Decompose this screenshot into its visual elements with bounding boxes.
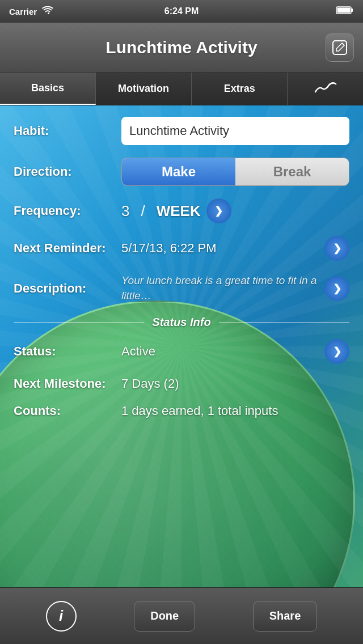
habit-input[interactable] — [121, 117, 349, 145]
next-reminder-label: Next Reminder: — [14, 241, 121, 256]
svg-rect-2 — [337, 8, 351, 13]
next-reminder-value: 5/17/13, 6:22 PM — [121, 241, 319, 256]
status-arrow-button[interactable] — [324, 339, 349, 364]
divider-line-left — [14, 322, 144, 323]
svg-rect-3 — [333, 41, 347, 54]
description-arrow-button[interactable] — [324, 276, 349, 301]
frequency-unit: WEEK — [157, 202, 201, 220]
status-row: Status: Active — [14, 339, 349, 364]
description-value: Your lunch break is a great time to fit … — [121, 273, 319, 303]
frequency-row: Frequency: 3 / WEEK — [14, 198, 349, 223]
page-title: Lunchtime Activity — [105, 38, 257, 57]
chart-tab[interactable] — [288, 73, 363, 105]
status-info-header: Status Info — [144, 316, 218, 329]
divider-line-right — [219, 322, 349, 323]
done-button[interactable]: Done — [134, 601, 195, 632]
frequency-number: 3 — [121, 202, 129, 220]
battery-icon — [336, 6, 354, 17]
bottom-bar: i Done Share — [0, 587, 363, 644]
tab-motivation[interactable]: Motivation — [96, 73, 192, 105]
status-label: Status: — [14, 344, 121, 359]
info-button[interactable]: i — [46, 601, 77, 632]
frequency-controls: 3 / WEEK — [121, 202, 201, 220]
wifi-icon — [41, 6, 54, 17]
svg-rect-1 — [351, 9, 353, 12]
frequency-arrow-button[interactable] — [206, 198, 231, 223]
counts-label: Counts: — [14, 404, 121, 418]
counts-row: Counts: 1 days earned, 1 total inputs — [14, 404, 349, 418]
next-milestone-row: Next Milestone: 7 Days (2) — [14, 376, 349, 391]
description-row: Description: Your lunch break is a great… — [14, 273, 349, 303]
direction-label: Direction: — [14, 164, 121, 179]
direction-toggle[interactable]: Make Break — [121, 158, 349, 186]
frequency-label: Frequency: — [14, 204, 121, 218]
tab-extras[interactable]: Extras — [192, 73, 288, 105]
next-reminder-arrow-button[interactable] — [324, 236, 349, 261]
status-info-divider: Status Info — [14, 316, 349, 329]
next-milestone-value: 7 Days (2) — [121, 376, 349, 391]
main-content: Habit: Direction: Make Break Frequency: … — [0, 105, 363, 587]
content-overlay: Habit: Direction: Make Break Frequency: … — [0, 105, 363, 587]
edit-button[interactable] — [326, 33, 354, 62]
nav-bar: Lunchtime Activity — [0, 23, 363, 73]
make-toggle[interactable]: Make — [122, 158, 235, 185]
status-time: 6:24 PM — [164, 6, 199, 16]
direction-row: Direction: Make Break — [14, 158, 349, 186]
share-button[interactable]: Share — [253, 601, 318, 632]
counts-value: 1 days earned, 1 total inputs — [121, 404, 349, 418]
next-milestone-label: Next Milestone: — [14, 376, 121, 391]
frequency-slash: / — [141, 202, 145, 220]
habit-label: Habit: — [14, 124, 121, 138]
carrier-label: Carrier — [9, 7, 37, 16]
next-reminder-row: Next Reminder: 5/17/13, 6:22 PM — [14, 236, 349, 261]
status-bar: Carrier 6:24 PM — [0, 0, 363, 23]
tab-basics[interactable]: Basics — [0, 73, 96, 105]
habit-row: Habit: — [14, 117, 349, 145]
status-value: Active — [121, 344, 319, 359]
description-label: Description: — [14, 281, 121, 296]
tab-bar: Basics Motivation Extras — [0, 73, 363, 105]
break-toggle[interactable]: Break — [235, 158, 349, 185]
